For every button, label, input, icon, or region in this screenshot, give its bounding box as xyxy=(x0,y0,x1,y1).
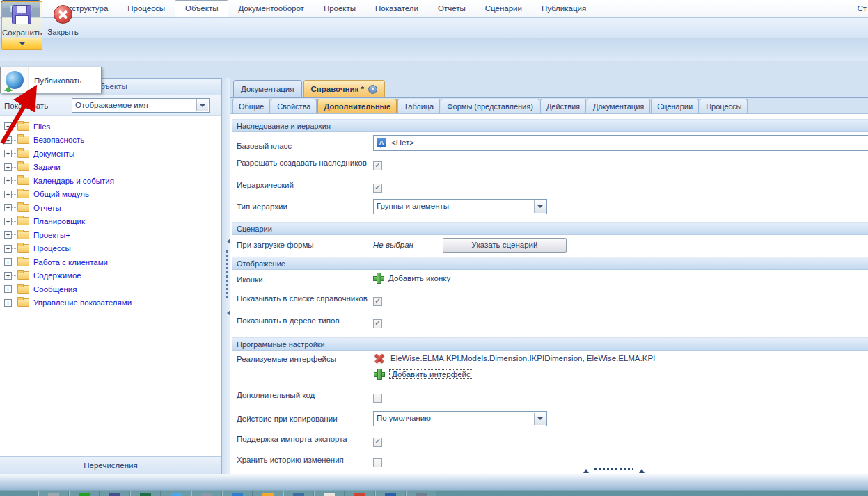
tree-item[interactable]: + Календарь и события xyxy=(4,174,221,188)
hierarchy-type-select[interactable]: Группы и элементы xyxy=(373,199,547,214)
folder-icon xyxy=(17,231,29,239)
folder-icon xyxy=(17,204,29,212)
enumerations-button[interactable]: Перечисления xyxy=(0,456,221,474)
set-script-button[interactable]: Указать сценарий xyxy=(443,238,567,253)
folder-icon xyxy=(17,285,29,294)
show-in-list-checkbox[interactable] xyxy=(373,297,382,306)
settings-tab[interactable]: Дополнительные xyxy=(317,99,397,113)
section-scripts: Сценарии xyxy=(232,222,868,235)
tree-item[interactable]: + Работа с клиентами xyxy=(4,255,221,269)
horizontal-splitter[interactable] xyxy=(583,466,650,472)
tree-item[interactable]: + Задачи xyxy=(4,161,221,175)
expand-plus-icon[interactable]: + xyxy=(4,245,12,253)
menu-tab[interactable]: Процессы xyxy=(118,0,175,17)
expand-plus-icon[interactable]: + xyxy=(4,191,12,198)
tree-item[interactable]: + Управление показателями xyxy=(4,296,221,310)
settings-tab[interactable]: Процессы xyxy=(700,99,748,113)
taskbar-button[interactable] xyxy=(345,491,375,496)
folder-icon xyxy=(17,298,29,307)
taskbar-button[interactable] xyxy=(283,491,314,496)
expand-plus-icon[interactable]: + xyxy=(4,163,12,171)
remove-interface-icon[interactable] xyxy=(373,352,386,365)
menu-tab[interactable]: Документооборот xyxy=(228,0,313,17)
close-button[interactable]: Закрыть xyxy=(45,1,81,38)
hierarchical-checkbox[interactable] xyxy=(373,184,382,193)
tree-item[interactable]: + Отчеты xyxy=(4,201,221,215)
add-icon-link[interactable]: Добавить иконку xyxy=(373,273,450,284)
base-class-input[interactable]: A <Нет> xyxy=(373,135,868,151)
menu-tab[interactable]: Публикация xyxy=(532,0,596,17)
taskbar-button[interactable] xyxy=(406,491,436,496)
menu-tab[interactable]: Сценарии xyxy=(475,0,532,17)
collapse-left-icon[interactable] xyxy=(224,239,230,244)
collapse-up-icon[interactable] xyxy=(639,466,645,473)
settings-tab[interactable]: Сценарии xyxy=(651,99,699,113)
tab-close-icon[interactable]: × xyxy=(368,85,377,94)
taskbar-button[interactable] xyxy=(100,491,130,496)
expand-plus-icon[interactable]: + xyxy=(4,299,12,307)
taskbar-button[interactable] xyxy=(161,491,191,496)
taskbar-button[interactable] xyxy=(130,491,161,496)
history-checkbox[interactable] xyxy=(373,458,382,467)
document-tab[interactable]: Документация xyxy=(233,80,302,97)
taskbar-button[interactable] xyxy=(314,491,345,496)
taskbar-button[interactable] xyxy=(69,491,100,496)
taskbar-button[interactable] xyxy=(38,491,69,496)
add-interface-link[interactable]: Добавить интерфейс xyxy=(374,369,473,380)
combo-arrow-icon[interactable] xyxy=(534,413,546,425)
display-name-select[interactable]: Отображаемое имя xyxy=(72,98,210,113)
show-in-tree-checkbox[interactable] xyxy=(373,319,382,328)
import-export-checkbox[interactable] xyxy=(373,438,382,447)
status-strip xyxy=(0,474,868,490)
close-x-icon xyxy=(54,5,72,24)
copy-action-select[interactable]: По умолчанию xyxy=(373,411,547,426)
taskbar-button[interactable] xyxy=(222,491,253,496)
expand-plus-icon[interactable]: + xyxy=(4,177,12,184)
collapse-left-icon[interactable] xyxy=(224,310,230,316)
expand-plus-icon[interactable]: + xyxy=(4,218,12,225)
tree-item[interactable]: + Сообщения xyxy=(4,282,221,296)
save-button[interactable]: Сохранить xyxy=(1,1,42,50)
settings-tab[interactable]: Действия xyxy=(540,99,586,113)
tree-item[interactable]: + Планировщик xyxy=(4,215,221,229)
combo-arrow-icon[interactable] xyxy=(196,99,208,111)
splitter-grip[interactable] xyxy=(226,250,228,301)
settings-tab[interactable]: Документация xyxy=(587,99,650,113)
collapse-up-icon[interactable] xyxy=(583,466,589,473)
settings-tab[interactable]: Формы (представления) xyxy=(441,99,539,113)
taskbar[interactable] xyxy=(0,490,868,496)
expand-plus-icon[interactable]: + xyxy=(4,231,12,239)
expand-plus-icon[interactable]: + xyxy=(4,272,12,280)
folder-icon xyxy=(17,190,29,198)
additional-code-checkbox[interactable] xyxy=(373,394,382,403)
menu-tab[interactable]: Отчеты xyxy=(428,0,475,17)
expand-plus-icon[interactable]: + xyxy=(4,258,12,266)
taskbar-button[interactable] xyxy=(191,491,222,496)
hierarchical-label: Иерархический xyxy=(237,181,294,189)
save-dropdown-toggle[interactable] xyxy=(2,38,42,49)
taskbar-button[interactable] xyxy=(253,491,283,496)
settings-tab[interactable]: Таблица xyxy=(397,99,440,113)
allow-heirs-checkbox[interactable] xyxy=(373,161,382,170)
settings-tab[interactable]: Свойства xyxy=(271,99,317,113)
tree-item[interactable]: + Документы xyxy=(4,147,221,161)
hierarchy-type-label: Тип иерархии xyxy=(237,202,287,211)
tree-item[interactable]: + Процессы xyxy=(4,242,221,256)
splitter-grip[interactable] xyxy=(594,468,633,470)
combo-arrow-icon[interactable] xyxy=(534,200,546,213)
menu-tab[interactable]: Объекты xyxy=(175,0,228,17)
tree-item[interactable]: + Общий модуль xyxy=(4,188,221,202)
expand-plus-icon[interactable]: + xyxy=(4,204,12,211)
menu-tab[interactable]: Показатели xyxy=(365,0,428,17)
taskbar-button[interactable] xyxy=(375,491,406,496)
tree-item[interactable]: + Проекты+ xyxy=(4,228,221,242)
document-tab[interactable]: Справочник * × xyxy=(303,80,385,97)
settings-tab[interactable]: Общие xyxy=(232,99,270,113)
vertical-splitter[interactable] xyxy=(221,78,230,474)
menu-tab[interactable]: Проекты xyxy=(314,0,365,17)
history-label: Хранить историю изменения xyxy=(237,456,344,464)
expand-plus-icon[interactable]: + xyxy=(4,150,12,157)
tree-item[interactable]: + Содержимое xyxy=(4,269,221,283)
expand-plus-icon[interactable]: + xyxy=(4,285,12,293)
window: { "accents": { "active_tab_orange": "#f6… xyxy=(0,0,868,496)
